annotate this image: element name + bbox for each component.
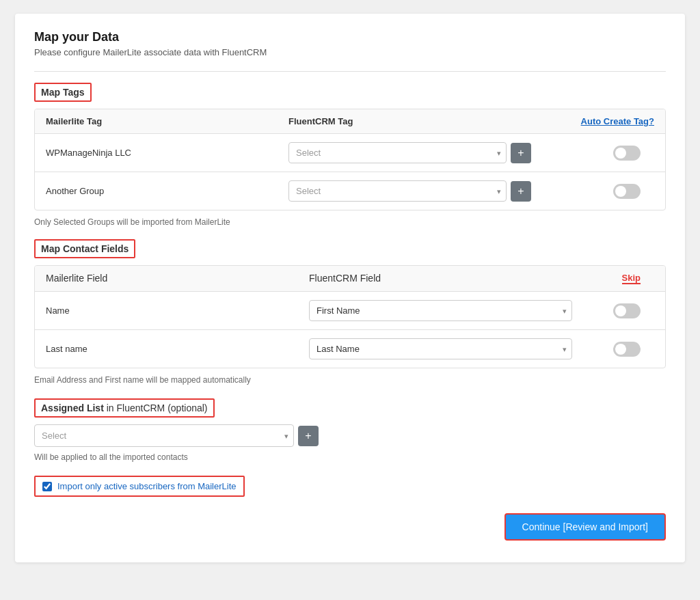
skip-toggle-1[interactable] [613, 303, 641, 318]
tag-select-1[interactable]: Select [288, 142, 507, 163]
field-select-1[interactable]: First Name Last Name Email [309, 300, 572, 321]
col-mailerlite-field: Mailerlite Field [46, 273, 309, 284]
tag-select-wrapper-2: Select ▾ [288, 180, 507, 202]
table-row: Another Group Select ▾ + [35, 172, 665, 210]
assigned-select-wrapper: Select ▾ [34, 424, 294, 447]
continue-button[interactable]: Continue [Review and Import] [504, 513, 666, 541]
add-tag-button-2[interactable]: + [511, 181, 531, 202]
auto-create-toggle-1[interactable] [613, 146, 641, 161]
col-skip: Skip [572, 273, 654, 284]
page-title: Map your Data [34, 30, 666, 44]
table-row: Name First Name Last Name Email ▾ [35, 292, 665, 330]
page-subtitle: Please configure MailerLite associate da… [34, 47, 666, 57]
tag-select-wrapper-1: Select ▾ [288, 142, 507, 163]
field-select-wrapper-2: Last Name First Name Email ▾ [309, 338, 572, 359]
table-row: WPManageNinja LLC Select ▾ + [35, 134, 665, 172]
import-active-checkbox[interactable] [42, 482, 52, 491]
map-tags-table-header: Mailerlite Tag FluentCRM Tag Auto Create… [35, 109, 665, 134]
assigned-list-section: Assigned List in FluentCRM (optional) Se… [34, 398, 666, 462]
tag-select-2[interactable]: Select [288, 180, 507, 202]
map-contact-fields-section: Map Contact Fields Mailerlite Field Flue… [34, 239, 666, 385]
map-tags-table: Mailerlite Tag FluentCRM Tag Auto Create… [34, 109, 666, 210]
col-mailerlite-tag: Mailerlite Tag [46, 116, 288, 126]
contact-fields-footer: Email Address and First name will be map… [34, 375, 666, 385]
field-select-2[interactable]: Last Name First Name Email [309, 338, 572, 359]
col-fluentcrm-field: FluentCRM Field [309, 273, 572, 284]
add-list-button[interactable]: + [298, 426, 319, 446]
contact-fields-table: Mailerlite Field FluentCRM Field Skip Na… [34, 265, 666, 368]
mailerlite-field-1: Name [46, 305, 309, 316]
tag-select-group-2: Select ▾ + [288, 180, 531, 202]
map-contact-fields-header: Map Contact Fields [34, 239, 135, 258]
add-tag-button-1[interactable]: + [511, 143, 531, 163]
auto-create-toggle-2[interactable] [613, 184, 641, 199]
assigned-select-row: Select ▾ + [34, 424, 666, 447]
skip-label-text: Skip [622, 273, 641, 284]
col-fluentcrm-tag: FluentCRM Tag [288, 116, 531, 126]
assigned-list-label-suffix: in FluentCRM (optional) [107, 403, 208, 413]
auto-create-toggle-cell-2 [531, 184, 654, 199]
contact-table-header: Mailerlite Field FluentCRM Field Skip [35, 266, 665, 292]
skip-toggle-2[interactable] [613, 342, 641, 357]
toggle-slider-skip-1 [613, 303, 641, 318]
top-divider [34, 71, 666, 72]
assigned-list-border: Assigned List in FluentCRM (optional) [34, 398, 215, 418]
import-checkbox-label[interactable]: Import only active subscribers from Mail… [34, 476, 245, 497]
col-auto-create: Auto Create Tag? [531, 116, 654, 126]
footer-row: Continue [Review and Import] [34, 513, 666, 541]
mailerlite-tag-2: Another Group [46, 186, 288, 196]
assigned-list-header: Assigned List in FluentCRM (optional) [41, 403, 208, 413]
toggle-slider-1 [613, 146, 641, 161]
toggle-slider-2 [613, 184, 641, 199]
auto-create-toggle-cell-1 [531, 146, 654, 161]
map-tags-section: Map Tags Mailerlite Tag FluentCRM Tag Au… [34, 83, 666, 227]
map-tags-header: Map Tags [34, 83, 92, 102]
skip-toggle-cell-1 [572, 303, 654, 318]
tag-select-group-1: Select ▾ + [288, 142, 531, 163]
import-checkbox-section: Import only active subscribers from Mail… [34, 476, 666, 497]
mailerlite-tag-1: WPManageNinja LLC [46, 148, 288, 158]
page-container: Map your Data Please configure MailerLit… [15, 14, 685, 562]
toggle-slider-skip-2 [613, 342, 641, 357]
map-tags-footer: Only Selected Groups will be imported fr… [34, 217, 666, 227]
table-row: Last name Last Name First Name Email ▾ [35, 330, 665, 368]
field-select-wrapper-1: First Name Last Name Email ▾ [309, 300, 572, 321]
mailerlite-field-2: Last name [46, 344, 309, 354]
skip-toggle-cell-2 [572, 342, 654, 357]
assigned-list-label: Assigned List [41, 403, 104, 413]
assigned-list-footer: Will be applied to all the imported cont… [34, 452, 666, 462]
assigned-list-select[interactable]: Select [34, 424, 294, 447]
import-checkbox-text: Import only active subscribers from Mail… [57, 481, 237, 491]
